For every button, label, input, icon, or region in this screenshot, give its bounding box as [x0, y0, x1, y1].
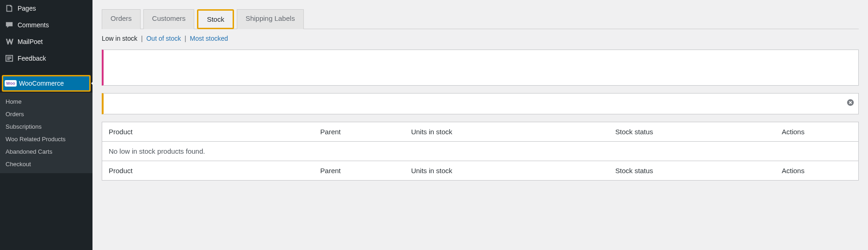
- comment-icon: [5, 20, 14, 30]
- tab-customers[interactable]: Customers: [143, 9, 195, 29]
- col-units-foot[interactable]: Units in stock: [405, 161, 609, 181]
- mailpoet-icon: [5, 37, 14, 46]
- sidebar-item-mailpoet[interactable]: MailPoet: [0, 33, 92, 50]
- filter-low-in-stock[interactable]: Low in stock: [102, 35, 137, 42]
- main-content: Orders Customers Stock Shipping Labels L…: [92, 0, 868, 250]
- empty-message: No low in stock products found.: [102, 142, 859, 161]
- sidebar-item-label: Comments: [18, 21, 49, 29]
- col-units[interactable]: Units in stock: [405, 122, 609, 142]
- notice-banner-2: [102, 93, 859, 114]
- pages-icon: [5, 4, 14, 13]
- filter-out-of-stock[interactable]: Out of stock: [146, 35, 181, 42]
- woocommerce-icon: Woo: [6, 79, 15, 88]
- col-status[interactable]: Stock status: [609, 122, 776, 142]
- table-empty-row: No low in stock products found.: [102, 142, 859, 161]
- woocommerce-submenu: Home Orders Subscriptions Woo Related Pr…: [0, 93, 92, 173]
- sidebar-item-pages[interactable]: Pages: [0, 0, 92, 17]
- col-product[interactable]: Product: [102, 122, 314, 142]
- sidebar-item-feedback[interactable]: Feedback: [0, 50, 92, 67]
- filter-most-stocked[interactable]: Most stocked: [190, 35, 228, 42]
- col-actions[interactable]: Actions: [776, 122, 859, 142]
- feedback-icon: [5, 54, 14, 63]
- submenu-item-home[interactable]: Home: [0, 95, 92, 108]
- submenu-item-woo-related-products[interactable]: Woo Related Products: [0, 133, 92, 145]
- col-parent-foot[interactable]: Parent: [314, 161, 405, 181]
- tab-shipping-labels[interactable]: Shipping Labels: [237, 9, 304, 29]
- sidebar-item-label: Feedback: [18, 55, 46, 62]
- col-parent[interactable]: Parent: [314, 122, 405, 142]
- sidebar-item-woocommerce[interactable]: Woo WooCommerce: [2, 75, 91, 92]
- submenu-item-checkout[interactable]: Checkout: [0, 158, 92, 170]
- sidebar-item-label: Pages: [18, 5, 36, 12]
- tab-orders[interactable]: Orders: [102, 9, 141, 29]
- sidebar-item-comments[interactable]: Comments: [0, 17, 92, 33]
- admin-sidebar: Pages Comments MailPoet Feedback Woo Woo…: [0, 0, 92, 250]
- report-tabs: Orders Customers Stock Shipping Labels: [102, 9, 859, 29]
- col-actions-foot[interactable]: Actions: [776, 161, 859, 181]
- sidebar-item-label: WooCommerce: [19, 80, 64, 87]
- notice-banner-1: [102, 50, 859, 86]
- tab-stock[interactable]: Stock: [197, 9, 234, 29]
- dismiss-notice-button[interactable]: [846, 99, 855, 109]
- sidebar-item-label: MailPoet: [18, 38, 43, 45]
- stock-table: Product Parent Units in stock Stock stat…: [102, 122, 859, 181]
- col-status-foot[interactable]: Stock status: [609, 161, 776, 181]
- submenu-item-abandoned-carts[interactable]: Abandoned Carts: [0, 145, 92, 158]
- stock-filter-links: Low in stock | Out of stock | Most stock…: [102, 35, 859, 42]
- submenu-item-orders[interactable]: Orders: [0, 108, 92, 120]
- col-product-foot[interactable]: Product: [102, 161, 314, 181]
- submenu-item-subscriptions[interactable]: Subscriptions: [0, 120, 92, 133]
